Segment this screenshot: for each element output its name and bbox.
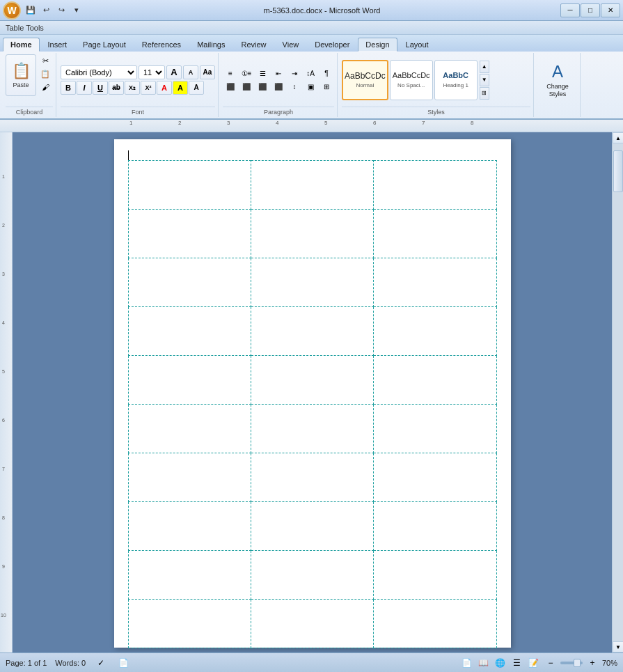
table-cell-r7c1[interactable] <box>128 453 251 502</box>
subscript-btn[interactable]: X₂ <box>125 81 140 95</box>
full-reading-btn[interactable]: 📖 <box>477 656 491 670</box>
print-layout-btn[interactable]: 📄 <box>460 656 474 670</box>
tab-references[interactable]: References <box>134 38 189 52</box>
web-layout-btn[interactable]: 🌐 <box>494 656 507 670</box>
tab-insert[interactable]: Insert <box>40 38 75 52</box>
font-size-select[interactable]: 11 <box>139 65 165 79</box>
table-cell-r1c2[interactable] <box>251 161 373 210</box>
table-cell-r3c1[interactable] <box>128 258 251 307</box>
tab-home[interactable]: Home <box>3 38 40 52</box>
format-painter-button[interactable]: 🖌 <box>38 81 53 93</box>
table-cell-r4c2[interactable] <box>251 307 373 356</box>
line-spacing-btn[interactable]: ↕ <box>287 80 302 93</box>
tab-review[interactable]: Review <box>233 38 274 52</box>
bold-btn[interactable]: B <box>61 81 76 95</box>
scroll-down-btn[interactable]: ▼ <box>613 641 623 653</box>
tab-mailings[interactable]: Mailings <box>189 38 232 52</box>
styles-expand[interactable]: ⊞ <box>480 87 489 100</box>
document-page[interactable] <box>114 139 511 648</box>
table-cell-r2c2[interactable] <box>251 210 373 258</box>
clear-format-btn[interactable]: A <box>189 81 204 95</box>
italic-btn[interactable]: I <box>77 81 92 95</box>
scroll-track[interactable] <box>613 143 623 641</box>
quick-access-dropdown[interactable]: ▾ <box>70 4 84 17</box>
table-cell-r8c3[interactable] <box>374 502 496 551</box>
tab-developer[interactable]: Developer <box>307 38 357 52</box>
table-cell-r5c2[interactable] <box>251 356 373 405</box>
table-cell-r8c2[interactable] <box>251 502 373 551</box>
outline-btn[interactable]: ☰ <box>510 656 524 670</box>
table-cell-r10c1[interactable] <box>128 600 251 648</box>
proofing-btn[interactable]: ✓ <box>94 656 108 670</box>
highlight-btn[interactable]: A <box>173 81 188 95</box>
table-cell-r3c2[interactable] <box>251 258 373 307</box>
style-no-spacing[interactable]: AaBbCcDc No Spaci... <box>390 60 433 100</box>
scroll-up-btn[interactable]: ▲ <box>613 132 623 143</box>
save-quick-btn[interactable]: 💾 <box>24 4 38 17</box>
undo-quick-btn[interactable]: ↩ <box>39 4 53 17</box>
zoom-out-btn[interactable]: − <box>544 656 558 670</box>
tab-design[interactable]: Design <box>358 38 397 52</box>
table-cell-r2c1[interactable] <box>128 210 251 258</box>
style-heading1[interactable]: AaBbC Heading 1 <box>434 60 478 100</box>
table-cell-r10c2[interactable] <box>251 600 373 648</box>
styles-scroll-up[interactable]: ▲ <box>480 61 489 73</box>
change-styles-button[interactable]: A ChangeStyles <box>538 58 577 102</box>
increase-indent-btn[interactable]: ⇥ <box>287 67 302 79</box>
tab-view[interactable]: View <box>275 38 307 52</box>
copy-button[interactable]: 📋 <box>38 68 53 80</box>
scroll-thumb[interactable] <box>613 150 623 192</box>
bullets-btn[interactable]: ≡ <box>223 67 238 79</box>
paste-button[interactable]: 📋 Paste <box>6 54 36 96</box>
multilevel-btn[interactable]: ☰ <box>255 67 270 79</box>
table-cell-r7c2[interactable] <box>251 453 373 502</box>
minimize-btn[interactable]: ─ <box>560 3 580 17</box>
superscript-btn[interactable]: X² <box>141 81 156 95</box>
sort-btn[interactable]: ↕A <box>303 67 318 79</box>
numbering-btn[interactable]: ①≡ <box>239 67 254 79</box>
table-cell-r3c3[interactable] <box>374 258 496 307</box>
style-normal[interactable]: AaBbCcDc Normal <box>342 60 388 100</box>
table-cell-r10c3[interactable] <box>374 600 496 648</box>
table-cell-r4c1[interactable] <box>128 307 251 356</box>
change-case-btn[interactable]: Aa <box>200 65 215 79</box>
grow-font-btn[interactable]: A <box>166 65 182 79</box>
table-cell-r5c3[interactable] <box>374 356 496 405</box>
borders-btn[interactable]: ⊞ <box>319 80 334 93</box>
align-center-btn[interactable]: ⬛ <box>239 80 254 93</box>
shading-btn[interactable]: ▣ <box>303 80 318 93</box>
cut-button[interactable]: ✂ <box>38 54 53 67</box>
align-left-btn[interactable]: ⬛ <box>223 80 238 93</box>
underline-btn[interactable]: U <box>93 81 108 95</box>
zoom-track[interactable] <box>560 662 583 664</box>
office-button[interactable]: W <box>3 1 21 19</box>
table-cell-r1c3[interactable] <box>374 161 496 210</box>
table-cell-r2c3[interactable] <box>374 210 496 258</box>
close-btn[interactable]: ✕ <box>601 3 620 17</box>
maximize-btn[interactable]: □ <box>581 3 600 17</box>
draft-btn[interactable]: 📝 <box>527 656 541 670</box>
font-color-btn[interactable]: A <box>157 81 172 95</box>
table-cell-r9c2[interactable] <box>251 551 373 600</box>
table-cell-r8c1[interactable] <box>128 502 251 551</box>
shrink-font-btn[interactable]: A <box>183 65 198 79</box>
table-cell-r1c1[interactable] <box>128 161 251 210</box>
show-marks-btn[interactable]: ¶ <box>319 67 334 79</box>
macro-btn[interactable]: 📄 <box>116 656 130 670</box>
redo-quick-btn[interactable]: ↪ <box>54 4 68 17</box>
tab-layout[interactable]: Layout <box>398 38 436 52</box>
justify-btn[interactable]: ⬛ <box>271 80 286 93</box>
document-table[interactable] <box>128 160 497 648</box>
strikethrough-btn[interactable]: ab <box>109 81 124 95</box>
table-cell-r6c3[interactable] <box>374 405 496 453</box>
table-cell-r6c2[interactable] <box>251 405 373 453</box>
tab-page-layout[interactable]: Page Layout <box>75 38 134 52</box>
table-cell-r7c3[interactable] <box>374 453 496 502</box>
table-cell-r4c3[interactable] <box>374 307 496 356</box>
align-right-btn[interactable]: ⬛ <box>255 80 270 93</box>
table-cell-r9c1[interactable] <box>128 551 251 600</box>
styles-scroll-down[interactable]: ▼ <box>480 74 489 86</box>
zoom-thumb[interactable] <box>574 659 581 667</box>
table-cell-r6c1[interactable] <box>128 405 251 453</box>
table-cell-r5c1[interactable] <box>128 356 251 405</box>
